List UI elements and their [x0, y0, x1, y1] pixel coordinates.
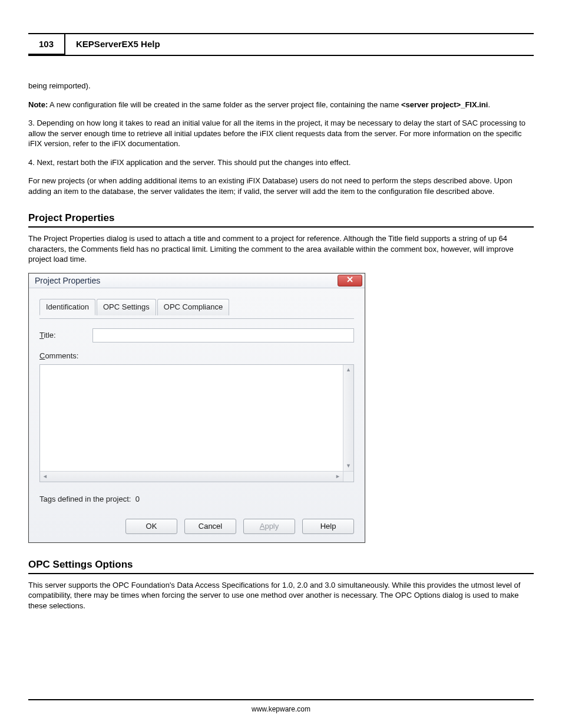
- scroll-left-icon: ◄: [42, 474, 48, 479]
- scroll-up-icon: ▲: [346, 367, 351, 373]
- step-3: 3. Depending on how long it takes to rea…: [28, 118, 534, 149]
- heading-opc-settings-options: OPC Settings Options: [28, 558, 534, 574]
- body-content: being reimported). Note: A new configura…: [28, 81, 534, 611]
- note-filename: <server project>_FIX.ini: [401, 100, 488, 109]
- close-icon: [346, 275, 353, 286]
- step-4: 4. Next, restart both the iFIX applicati…: [28, 157, 534, 168]
- comments-textarea[interactable]: ▲ ▼ ◄ ►: [39, 364, 354, 482]
- horizontal-scrollbar[interactable]: ◄ ►: [40, 471, 343, 482]
- project-properties-description: The Project Properties dialog is used to…: [28, 233, 534, 265]
- title-label: Title:: [39, 330, 92, 341]
- page-header: 103 KEPServerEX5 Help: [28, 33, 534, 56]
- paragraph-continuation: being reimported).: [28, 81, 534, 91]
- tags-defined-row: Tags defined in the project: 0: [39, 494, 354, 505]
- scroll-right-icon: ►: [335, 474, 340, 479]
- note-period: .: [488, 100, 490, 109]
- tab-opc-settings[interactable]: OPC Settings: [97, 299, 156, 315]
- ok-button[interactable]: OK: [125, 519, 177, 534]
- new-projects-paragraph: For new projects (or when adding additio…: [28, 176, 534, 196]
- note-label: Note:: [28, 100, 48, 109]
- heading-project-properties: Project Properties: [28, 212, 534, 228]
- note-paragraph: Note: A new configuration file will be c…: [28, 100, 534, 110]
- project-properties-dialog: Project Properties Identification OPC Se…: [28, 273, 365, 543]
- tags-count: 0: [135, 495, 140, 503]
- dialog-titlebar: Project Properties: [29, 274, 365, 288]
- apply-button[interactable]: Apply: [243, 519, 295, 534]
- close-button[interactable]: [338, 275, 362, 286]
- tab-identification[interactable]: Identification: [39, 299, 95, 315]
- cancel-button[interactable]: Cancel: [184, 519, 236, 534]
- comments-label: Comments:: [39, 351, 78, 361]
- document-title: KEPServerEX5 Help: [65, 34, 534, 55]
- tab-strip: Identification OPC Settings OPC Complian…: [39, 299, 354, 315]
- title-row: Title:: [39, 328, 354, 342]
- dialog-title: Project Properties: [35, 275, 100, 286]
- scroll-down-icon: ▼: [346, 463, 351, 469]
- note-text: A new configuration file will be created…: [48, 100, 401, 109]
- tags-label: Tags defined in the project:: [39, 495, 131, 503]
- tab-opc-compliance[interactable]: OPC Compliance: [157, 299, 229, 315]
- comments-label-row: Comments:: [39, 351, 354, 361]
- opc-settings-description: This server supports the OPC Foundation'…: [28, 580, 534, 611]
- dialog-screenshot: Project Properties Identification OPC Se…: [28, 273, 534, 543]
- tab-underline: [39, 318, 354, 319]
- dialog-button-row: OK Cancel Apply Help: [39, 515, 354, 534]
- dialog-body: Identification OPC Settings OPC Complian…: [29, 288, 365, 542]
- help-button[interactable]: Help: [302, 519, 354, 534]
- title-input[interactable]: [92, 328, 354, 342]
- page-number: 103: [28, 34, 65, 55]
- footer-url: www.kepware.com: [28, 700, 534, 713]
- scroll-corner: [343, 471, 353, 482]
- vertical-scrollbar[interactable]: ▲ ▼: [343, 365, 353, 471]
